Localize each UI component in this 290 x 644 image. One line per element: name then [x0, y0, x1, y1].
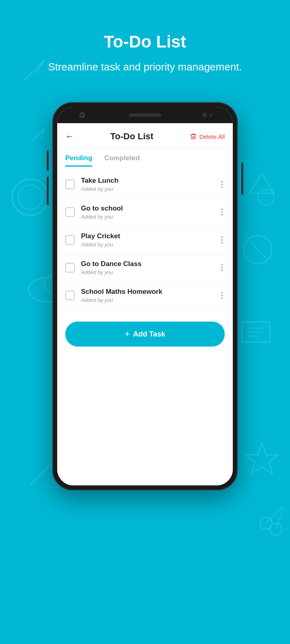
task-sub-5: Added by you — [81, 297, 213, 303]
screen-title: To-Do List — [110, 131, 153, 142]
task-checkbox-4[interactable] — [65, 263, 75, 272]
dot — [221, 236, 223, 238]
task-text-4: Go to Dance Class Added by you — [81, 260, 213, 275]
tab-pending[interactable]: Pending — [65, 154, 92, 167]
dot — [221, 181, 223, 182]
phone-mockup: ← To-Do List Delete All Pending Compl — [0, 102, 290, 490]
volume-down-btn — [47, 177, 49, 205]
phone-frame: ← To-Do List Delete All Pending Compl — [52, 102, 238, 490]
task-item: Go to school Added by you — [57, 198, 233, 226]
trash-icon — [190, 133, 197, 140]
screen-header: ← To-Do List Delete All — [57, 123, 233, 148]
front-camera — [79, 112, 85, 118]
task-text-5: School Maths Homework Added by you — [81, 288, 213, 303]
tabs-row: Pending Completed — [57, 148, 233, 167]
task-menu-5[interactable] — [219, 290, 225, 301]
task-name-4: Go to Dance Class — [81, 260, 213, 268]
task-checkbox-3[interactable] — [65, 235, 75, 245]
task-checkbox-1[interactable] — [65, 180, 75, 189]
phone-notch — [57, 107, 233, 123]
task-text-1: Take Lunch Added by you — [81, 177, 213, 192]
dot — [221, 297, 223, 299]
plus-icon: + — [125, 329, 130, 339]
task-sub-3: Added by you — [81, 242, 213, 248]
dot — [221, 267, 223, 268]
dot — [221, 211, 223, 213]
phone-screen: ← To-Do List Delete All Pending Compl — [57, 107, 233, 485]
task-name-3: Play Cricket — [81, 232, 213, 240]
task-text-2: Go to school Added by you — [81, 204, 213, 220]
task-sub-1: Added by you — [81, 186, 213, 192]
task-checkbox-2[interactable] — [65, 207, 75, 217]
svg-point-19 — [270, 523, 282, 535]
task-name-5: School Maths Homework — [81, 288, 213, 296]
add-task-button[interactable]: + Add Task — [65, 322, 225, 347]
secondary-camera — [203, 113, 207, 117]
task-menu-2[interactable] — [219, 206, 225, 218]
dot — [221, 270, 223, 271]
earpiece-speaker — [129, 114, 161, 117]
dot — [221, 184, 223, 185]
volume-up-btn — [47, 151, 49, 171]
task-checkbox-5[interactable] — [65, 291, 75, 300]
sensor — [209, 114, 213, 117]
dot — [221, 292, 223, 293]
task-item: Go to Dance Class Added by you — [57, 254, 233, 282]
dot — [221, 242, 223, 244]
task-menu-4[interactable] — [219, 262, 225, 273]
task-name-1: Take Lunch — [81, 177, 213, 185]
back-button[interactable]: ← — [65, 131, 74, 142]
task-item: Take Lunch Added by you — [57, 171, 233, 198]
dot — [221, 295, 223, 296]
power-btn — [241, 163, 243, 195]
dot — [221, 239, 223, 241]
page-subtitle: Streamline task and priority management. — [24, 60, 266, 74]
app-screen: ← To-Do List Delete All Pending Compl — [57, 123, 233, 485]
task-item: School Maths Homework Added by you — [57, 282, 233, 310]
dot — [221, 186, 223, 188]
delete-all-button[interactable]: Delete All — [190, 133, 225, 140]
dot — [221, 208, 223, 210]
tab-completed[interactable]: Completed — [104, 154, 140, 167]
delete-all-label: Delete All — [199, 133, 225, 140]
task-name-2: Go to school — [81, 204, 213, 213]
task-menu-1[interactable] — [219, 179, 225, 190]
task-sub-4: Added by you — [81, 269, 213, 275]
task-sub-2: Added by you — [81, 214, 213, 220]
task-menu-3[interactable] — [219, 234, 225, 246]
dot — [221, 214, 223, 216]
svg-line-20 — [266, 507, 282, 523]
svg-point-18 — [260, 517, 272, 529]
svg-line-21 — [276, 507, 284, 529]
tasks-list: Take Lunch Added by you Go to school — [57, 167, 233, 314]
header-section: To-Do List Streamline task and priority … — [0, 0, 290, 90]
task-text-3: Play Cricket Added by you — [81, 232, 213, 248]
task-item: Play Cricket Added by you — [57, 226, 233, 254]
dot — [221, 264, 223, 266]
add-task-label: Add Task — [133, 330, 166, 339]
page-title: To-Do List — [24, 32, 266, 52]
